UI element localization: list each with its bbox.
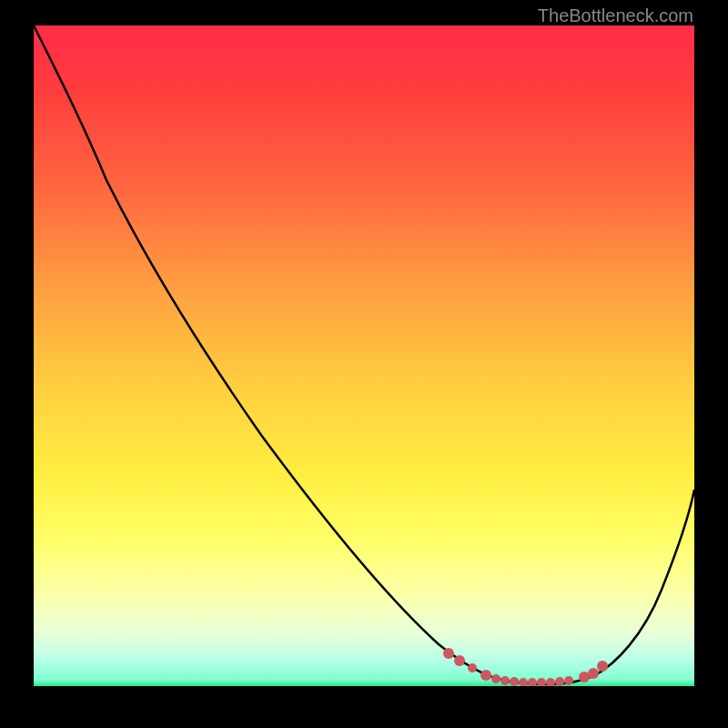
marker-dot — [491, 674, 500, 683]
marker-dot — [546, 678, 555, 686]
marker-layer — [443, 648, 608, 686]
marker-dot — [537, 678, 546, 686]
attribution-text: TheBottleneck.com — [538, 5, 693, 26]
marker-dot — [500, 676, 510, 685]
marker-dot — [588, 668, 599, 679]
marker-dot — [597, 661, 608, 672]
marker-dot — [454, 655, 465, 666]
marker-dot — [555, 677, 564, 686]
curve-layer — [34, 25, 694, 684]
chart-container: TheBottleneck.com — [0, 0, 728, 728]
marker-dot — [510, 677, 519, 686]
marker-dot — [468, 663, 477, 672]
chart-svg — [34, 25, 694, 686]
marker-dot — [480, 670, 491, 681]
marker-dot — [528, 678, 537, 686]
marker-dot — [519, 678, 528, 686]
marker-dot — [443, 648, 454, 659]
marker-dot — [564, 676, 573, 685]
bottleneck-curve-path — [34, 25, 694, 684]
